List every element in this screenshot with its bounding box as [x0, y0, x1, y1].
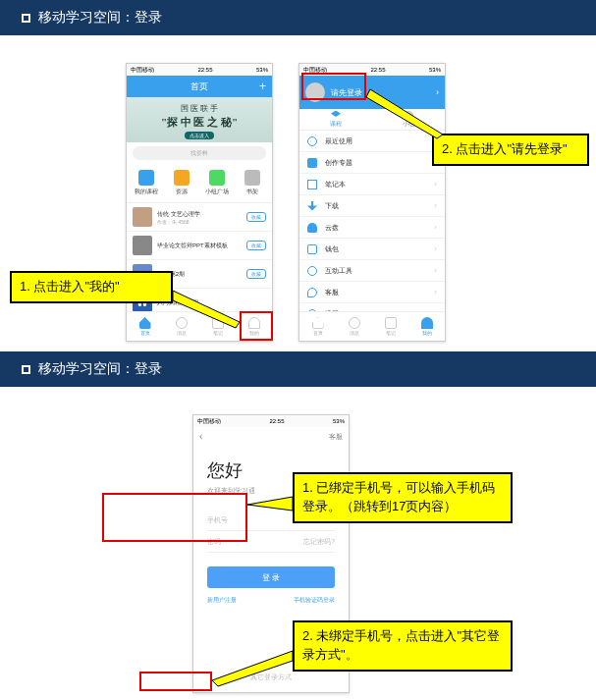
menu-support[interactable]: 客服› [299, 282, 445, 303]
status-bar: 中国移动 22:55 53% [127, 64, 272, 76]
banner-line2: "探 中 医 之 秘" [161, 115, 238, 130]
grid-item-resources[interactable]: 资源 [164, 170, 199, 196]
chevron-right-icon: › [434, 180, 437, 188]
chevron-right-icon: › [434, 223, 437, 232]
header-support[interactable]: 客服 [329, 432, 343, 442]
menu-create[interactable]: 创作专题› [299, 152, 445, 174]
highlight-login-inputs [102, 493, 247, 542]
list-title: 毕业论文答辩PPT素材模板 [157, 242, 246, 250]
sms-login-link[interactable]: 手机验证码登录 [294, 596, 335, 605]
section-title-1: 移动学习空间：登录 [38, 9, 162, 27]
battery: 53% [256, 67, 268, 73]
grid-item-groups[interactable]: 小组广场 [199, 170, 235, 196]
thumb-icon [133, 207, 152, 227]
tag-favorite[interactable]: 收藏 [246, 212, 266, 222]
menu-wallet[interactable]: 钱包› [299, 239, 445, 260]
clock: 22:55 [370, 67, 385, 73]
banner-btn[interactable]: 点击进入 [185, 132, 214, 139]
carrier: 中国移动 [131, 66, 154, 75]
callout-arrow-4 [212, 647, 295, 686]
search-input[interactable]: 找资料 [133, 146, 266, 160]
chevron-right-icon: › [434, 201, 437, 210]
menu-notebook[interactable]: 笔记本› [299, 174, 445, 195]
grid-item-shelf[interactable]: 书架 [235, 170, 270, 196]
menu-download[interactable]: 下载› [299, 195, 445, 217]
grid-item-courses[interactable]: 我的课程 [129, 170, 164, 196]
section-header-2: 移动学习空间：登录 [0, 351, 596, 387]
battery: 53% [333, 418, 345, 424]
svg-marker-1 [366, 89, 443, 138]
login-button[interactable]: 登 录 [207, 566, 335, 588]
svg-marker-0 [173, 291, 240, 328]
nav-messages[interactable]: 消息 [336, 312, 372, 341]
section-title-2: 移动学习空间：登录 [38, 360, 162, 378]
section-header-1: 移动学习空间：登录 [0, 0, 596, 35]
callout-arrow-2 [366, 89, 443, 150]
banner[interactable]: 国 医 联 手 "探 中 医 之 秘" 点击进入 [127, 97, 272, 142]
battery: 53% [429, 67, 441, 73]
callout-arrow-1 [173, 283, 244, 330]
back-icon[interactable]: ‹ [199, 431, 202, 442]
app-header: 首页 + [127, 76, 272, 97]
list-item[interactable]: 毕业论文答辩PPT素材模板 收藏 [127, 232, 272, 260]
carrier: 中国移动 [197, 417, 221, 426]
menu-cloud[interactable]: 云盘› [299, 217, 445, 239]
banner-line1: 国 医 联 手 [181, 103, 218, 114]
app-title: 首页 [190, 81, 208, 93]
callout-step3: 1. 已绑定手机号，可以输入手机码登录。（跳转到17页内容） [293, 472, 513, 523]
callout-step4: 2. 未绑定手机号，点击进入"其它登录方式"。 [293, 620, 513, 672]
tab-courses[interactable]: 课程 [299, 109, 372, 130]
highlight-login-prompt [301, 73, 366, 100]
search-placeholder: 找资料 [190, 149, 208, 158]
chevron-right-icon: › [434, 288, 437, 296]
list-item[interactable]: 传统·文艺心理学作者：朱 4568 收藏 [127, 203, 272, 232]
highlight-other-login [139, 672, 212, 691]
nav-mine[interactable]: 我的 [408, 312, 445, 341]
tag-favorite[interactable]: 收藏 [246, 269, 266, 279]
tag-favorite[interactable]: 收藏 [246, 241, 266, 250]
nav-home[interactable]: 首页 [299, 312, 336, 341]
status-bar: 中国移动 22:55 53% [193, 415, 349, 427]
register-link[interactable]: 新用户注册 [207, 596, 237, 605]
menu-tools[interactable]: 互动工具› [299, 260, 445, 282]
bullet-icon [22, 365, 30, 374]
callout-arrow-3 [247, 495, 295, 512]
forgot-link[interactable]: 忘记密码? [303, 537, 335, 547]
chevron-right-icon: › [434, 266, 437, 275]
page-area-1: 中国移动 22:55 53% 首页 + 国 医 联 手 "探 中 医 之 秘" … [0, 35, 596, 342]
add-icon[interactable]: + [259, 80, 266, 93]
bullet-icon [22, 14, 30, 23]
svg-marker-2 [247, 497, 293, 511]
clock: 22:55 [197, 67, 212, 73]
list-title: 传统·文艺心理学作者：朱 4568 [157, 210, 246, 225]
clock: 22:55 [269, 418, 284, 424]
callout-step2: 2. 点击进入"请先登录" [432, 134, 589, 166]
bottom-nav: 首页 消息 笔记 我的 [299, 311, 445, 341]
svg-marker-3 [212, 651, 293, 686]
thumb-icon [133, 236, 152, 255]
highlight-mine-nav [240, 311, 273, 341]
callout-step1: 1. 点击进入"我的" [10, 271, 173, 303]
chevron-right-icon: › [434, 244, 437, 253]
grid-shortcuts: 我的课程 资源 小组广场 书架 [127, 164, 272, 203]
nav-home[interactable]: 首页 [127, 312, 163, 341]
nav-notes[interactable]: 笔记 [372, 312, 408, 341]
page-area-2: 中国移动 22:55 53% ‹ 客服 您好 欢迎来到学习通 手机号 密码 忘记… [0, 387, 596, 700]
